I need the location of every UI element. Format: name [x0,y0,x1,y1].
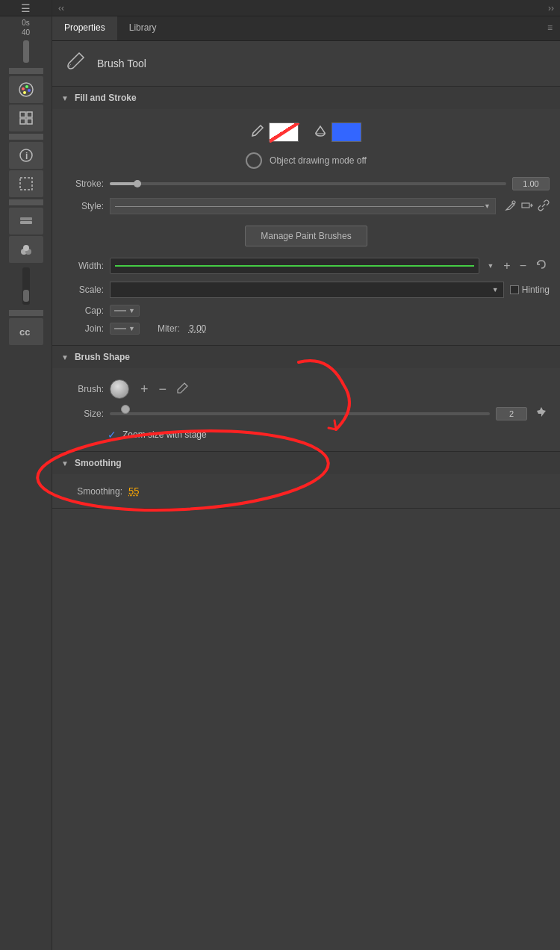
width-actions: + − [501,258,550,273]
svg-point-2 [25,85,28,88]
zoom-label: Zoom size with stage [122,429,207,440]
pin-btn[interactable] [533,406,550,420]
smoothing-row: Smoothing: 55 [63,482,550,500]
circles-tool-btn[interactable] [9,236,43,263]
width-dropdown-arrow[interactable]: ▼ [487,262,494,270]
palette-tool-btn[interactable] [9,76,43,103]
hinting-checkbox[interactable] [510,285,519,294]
link-icon[interactable] [538,199,550,214]
cap-label: Cap: [63,305,104,316]
cap-row: Cap: ▼ [63,302,550,320]
fill-stroke-body: Object drawing mode off Stroke: Style: [52,109,560,345]
brush-shape-body: Brush: + − Size: [52,368,560,451]
brush-remove-btn[interactable]: − [157,382,169,397]
svg-point-0 [19,83,33,96]
brush-shape-collapse-icon: ▼ [61,353,69,361]
svg-rect-8 [27,119,32,124]
size-slider[interactable] [110,408,490,420]
brush-row: Brush: + − [63,376,550,403]
info-tool-btn[interactable]: i [9,142,43,169]
width-add-btn[interactable]: + [501,259,512,273]
brush-add-btn[interactable]: + [138,382,151,397]
width-remove-btn[interactable]: − [517,259,529,273]
width-row: Width: ▼ + − [63,254,550,278]
brush-circle[interactable] [110,379,129,399]
grid-tool-btn[interactable] [9,105,43,131]
object-drawing-row: Object drawing mode off [63,148,550,173]
style-label: Style: [63,201,104,211]
hinting-container: Hinting [510,285,550,295]
tab-properties[interactable]: Properties [52,16,117,40]
scale-dropdown[interactable]: ▼ [110,282,504,298]
svg-rect-11 [20,178,32,190]
brush-edit-btn[interactable] [175,382,191,397]
svg-rect-6 [27,112,32,117]
join-row: Join: ▼ Miter: 3.00 [63,320,550,338]
pencil-icon[interactable] [251,124,264,140]
svg-rect-5 [20,112,25,117]
stroke-slider[interactable] [110,178,506,190]
join-label: Join: [63,323,104,334]
layers-tool-btn[interactable] [9,208,43,235]
scroll-handle[interactable] [23,40,29,63]
width-reset-btn[interactable] [533,258,550,273]
sidebar-drag-handle-4 [9,310,43,316]
style-icons [505,199,550,214]
brush-label: Brush: [63,384,104,394]
zoom-row: ✓ Zoom size with stage [63,424,550,444]
brush-shape-header[interactable]: ▼ Brush Shape [52,346,560,368]
select-tool-btn[interactable] [9,170,43,197]
sidebar-vscroll[interactable] [22,267,30,305]
hamburger-icon[interactable]: ☰ [21,2,31,14]
smoothing-title: Smoothing [75,458,122,468]
stroke-value-input[interactable] [512,177,550,190]
brush-shape-title: Brush Shape [75,352,130,362]
brush-tool-icon [64,50,87,77]
svg-rect-7 [20,119,25,124]
nav-next-arrows[interactable]: ›› [548,3,554,13]
fill-stroke-header[interactable]: ▼ Fill and Stroke [52,87,560,109]
cap-dropdown[interactable]: ▼ [110,305,140,317]
scroll-thumb[interactable] [23,290,29,302]
object-drawing-icon[interactable] [246,152,262,169]
width-swatch[interactable] [110,258,479,274]
manage-brushes-container: Manage Paint Brushes [63,218,550,254]
paint-bucket-icon[interactable] [314,124,327,140]
manage-brushes-btn[interactable]: Manage Paint Brushes [245,226,367,246]
style-dropdown[interactable]: ▼ [110,198,496,214]
miter-label: Miter: [158,323,180,334]
size-value-input[interactable] [496,407,527,420]
cap-dash [114,310,126,311]
svg-point-3 [28,89,31,92]
svg-text:i: i [25,151,28,161]
tab-library[interactable]: Library [117,16,169,40]
brush-tool-header: Brush Tool [52,41,560,87]
sidebar-drag-handle-1 [9,68,43,74]
top-nav: ‹‹ ›› [52,0,560,16]
cc-tool-btn[interactable]: cc [9,318,43,345]
scale-label: Scale: [63,285,104,295]
swap-icon[interactable] [521,199,533,214]
main-panel: ‹‹ ›› Properties Library ≡ Brush Tool ▼ … [52,0,560,950]
width-label: Width: [63,261,104,271]
smoothing-header[interactable]: ▼ Smoothing [52,452,560,474]
fill-swatch[interactable] [332,122,361,142]
svg-point-1 [22,87,25,90]
brush-tool-title: Brush Tool [97,58,146,69]
stroke-swatch[interactable] [269,122,299,142]
join-dash [114,328,126,329]
size-row: Size: [63,403,550,424]
hinting-label: Hinting [522,285,550,295]
sidebar-top-bar: ☰ [0,0,52,16]
smoothing-body: Smoothing: 55 [52,474,560,508]
tab-menu-icon[interactable]: ≡ [540,16,560,40]
eyedropper-icon[interactable] [505,199,517,214]
cap-dropdown-arrow: ▼ [128,307,135,314]
nav-prev-arrows[interactable]: ‹‹ [58,3,64,13]
smoothing-label: Smoothing: [63,486,122,497]
smoothing-section: ▼ Smoothing Smoothing: 55 [52,452,560,509]
svg-line-18 [270,123,299,143]
smoothing-value[interactable]: 55 [128,485,139,497]
join-dropdown[interactable]: ▼ [110,323,140,335]
zoom-checkmark-icon: ✓ [108,429,116,441]
